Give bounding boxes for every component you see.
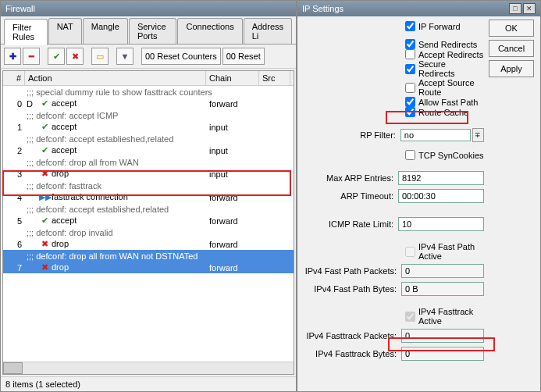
- table-row[interactable]: ;;; defconf: drop all from WAN: [3, 156, 294, 168]
- ip-titlebar: IP Settings □ ✕: [297, 1, 540, 16]
- table-row[interactable]: 6✖dropforward: [3, 238, 294, 250]
- label-rp-filter: RP Filter:: [304, 130, 400, 140]
- table-row[interactable]: ;;; defconf: accept establieshed,related: [3, 133, 294, 144]
- disable-button[interactable]: ✖: [66, 48, 84, 65]
- table-row[interactable]: 7✖dropforward: [3, 262, 294, 273]
- check-tcp-syncookies[interactable]: TCP SynCookies: [405, 150, 484, 160]
- table-row[interactable]: 0D✔acceptforward: [3, 98, 294, 109]
- table-row[interactable]: 3✖dropinput: [3, 168, 294, 180]
- comment-button[interactable]: ▭: [91, 48, 109, 65]
- table-row[interactable]: ;;; defconf: fasttrack: [3, 180, 294, 191]
- tab-address-lists[interactable]: Address Li: [244, 18, 292, 44]
- table-row[interactable]: 5✔acceptforward: [3, 215, 294, 226]
- table-row[interactable]: 1✔acceptinput: [3, 121, 294, 133]
- apply-button[interactable]: Apply: [489, 60, 534, 77]
- label-icmp-rate: ICMP Rate Limit:: [304, 219, 398, 229]
- ft-packets-value: 0: [401, 329, 484, 343]
- table-row[interactable]: 2✔acceptinput: [3, 144, 294, 156]
- check-secure-redirects[interactable]: Secure Redirects: [405, 59, 484, 78]
- remove-button[interactable]: ━: [23, 48, 40, 65]
- ft-bytes-value: 0: [401, 347, 484, 361]
- check-send-redirects[interactable]: Send Redirects: [405, 39, 484, 49]
- reset-all-button[interactable]: 00 Reset: [222, 48, 265, 65]
- table-row[interactable]: 4▶▶fasttrack connectionforward: [3, 191, 294, 203]
- check-ip-forward[interactable]: IP Forward: [405, 21, 484, 31]
- dialog-buttons: OK Cancel Apply: [489, 20, 534, 77]
- ip-title: IP Settings: [302, 4, 343, 13]
- enable-button[interactable]: ✔: [48, 48, 65, 65]
- add-button[interactable]: ✚: [4, 48, 21, 65]
- h-scrollbar[interactable]: [3, 362, 294, 374]
- filter-button[interactable]: ▼: [116, 48, 133, 65]
- label-fp-packets: IPv4 Fast Path Packets:: [304, 266, 401, 276]
- table-row[interactable]: ;;; defconf: drop invalid: [3, 226, 294, 238]
- fp-bytes-value: 0 B: [401, 282, 484, 296]
- label-ft-packets: IPv4 Fasttrack Packets:: [304, 331, 401, 340]
- col-action[interactable]: Action: [25, 71, 206, 85]
- tab-service-ports[interactable]: Service Ports: [129, 18, 177, 44]
- label-arp-timeout: ARP Timeout:: [304, 191, 398, 201]
- fp-packets-value: 0: [401, 264, 484, 278]
- check-route-cache[interactable]: Route Cache: [405, 107, 484, 117]
- check-accept-redirects[interactable]: Accept Redirects: [405, 49, 484, 59]
- max-arp-input[interactable]: [398, 171, 484, 185]
- table-header: # Action Chain Src: [3, 71, 294, 86]
- table-row[interactable]: ;;; defconf: accept established,related: [3, 203, 294, 215]
- check-accept-source-route[interactable]: Accept Source Route: [405, 78, 484, 97]
- tab-connections[interactable]: Connections: [177, 18, 242, 44]
- ip-settings-window: IP Settings □ ✕ IP Forward Send Redirect…: [297, 0, 541, 392]
- statusbar: 8 items (1 selected): [1, 376, 296, 391]
- firewall-window: Firewall Filter Rules NAT Mangle Service…: [0, 0, 297, 392]
- label-fp-bytes: IPv4 Fast Path Bytes:: [304, 284, 401, 294]
- table-body[interactable]: ;;; special dummy rule to show fasttrack…: [3, 86, 294, 362]
- icmp-rate-input[interactable]: [398, 217, 484, 231]
- scroll-thumb[interactable]: [3, 362, 23, 374]
- table-row[interactable]: ;;; special dummy rule to show fasttrack…: [3, 86, 294, 98]
- rp-filter-select[interactable]: no: [400, 129, 471, 141]
- firewall-title: Firewall: [5, 4, 35, 13]
- tab-nat[interactable]: NAT: [48, 18, 82, 44]
- label-max-arp: Max ARP Entries:: [304, 173, 398, 183]
- firewall-tabs: Filter Rules NAT Mangle Service Ports Co…: [1, 16, 296, 45]
- col-chain[interactable]: Chain: [206, 71, 259, 85]
- check-ipv4-fast-path-active: IPv4 Fast Path Active: [405, 242, 484, 261]
- ok-button[interactable]: OK: [489, 20, 534, 37]
- close-icon[interactable]: ✕: [523, 3, 536, 14]
- table-row[interactable]: ;;; defconf: accept ICMP: [3, 109, 294, 121]
- table-row[interactable]: ;;; defconf: drop all from WAN not DSTNA…: [3, 250, 294, 262]
- cancel-button[interactable]: Cancel: [489, 40, 534, 57]
- col-num[interactable]: #: [3, 71, 25, 85]
- tab-mangle[interactable]: Mangle: [83, 18, 128, 44]
- col-src[interactable]: Src: [259, 71, 290, 85]
- arp-timeout-input[interactable]: [398, 189, 484, 203]
- firewall-toolbar: ✚ ━ ✔ ✖ ▭ ▼ 00 Reset Counters 00 Reset: [1, 45, 296, 69]
- dropdown-icon[interactable]: ∓: [472, 128, 484, 142]
- reset-counters-button[interactable]: 00 Reset Counters: [141, 48, 221, 65]
- firewall-titlebar: Firewall: [1, 1, 296, 16]
- tab-filter-rules[interactable]: Filter Rules: [4, 19, 48, 45]
- check-ipv4-fasttrack-active: IPv4 Fasttrack Active: [405, 307, 484, 326]
- help-icon[interactable]: □: [509, 3, 521, 14]
- check-allow-fast-path[interactable]: Allow Fast Path: [405, 97, 484, 107]
- label-ft-bytes: IPv4 Fasttrack Bytes:: [304, 349, 401, 358]
- rules-table: # Action Chain Src ;;; special dummy rul…: [2, 70, 294, 375]
